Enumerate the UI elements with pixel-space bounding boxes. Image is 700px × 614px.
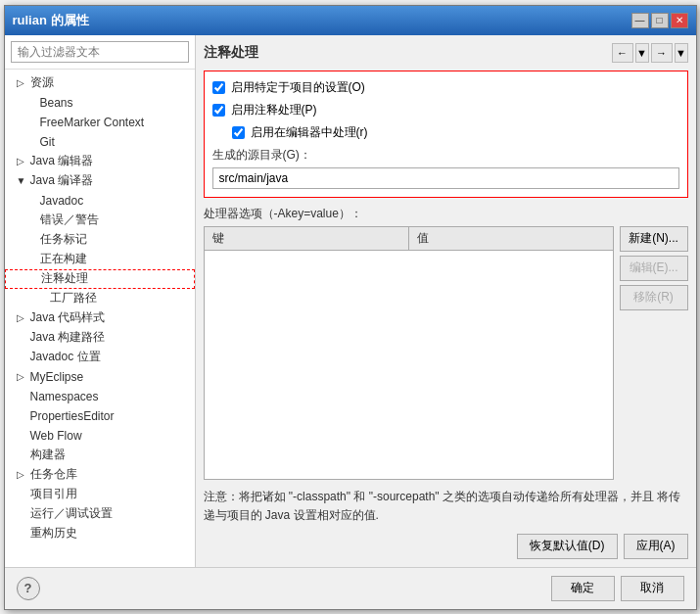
- tree-item-java-build-path[interactable]: Java 构建路径: [5, 328, 195, 348]
- tree-item-namespaces[interactable]: Namespaces: [5, 387, 195, 406]
- tree-item-java-code-style[interactable]: ▷Java 代码样式: [5, 308, 195, 328]
- tree-item-properties-editor[interactable]: PropertiesEditor: [5, 406, 195, 426]
- tree-arrow-task-repo: ▷: [17, 469, 26, 480]
- enable-annotation-processing-row: 启用注释处理(P): [212, 102, 679, 118]
- tree-label-building: 正在构建: [40, 251, 87, 267]
- bottom-bar: ? 确定 取消: [5, 567, 696, 609]
- tree-item-project-ref[interactable]: 项目引用: [5, 485, 195, 504]
- tree-item-task-tags[interactable]: 任务标记: [5, 230, 195, 250]
- table-header: 键 值: [205, 227, 613, 251]
- nav-forward-button[interactable]: →: [651, 43, 673, 63]
- tree-arrow-java-compiler: ▼: [17, 175, 26, 186]
- tree-item-building[interactable]: 正在构建: [5, 250, 195, 269]
- content-area: ▷资源BeansFreeMarker ContextGit▷Java 编辑器▼J…: [5, 35, 696, 567]
- data-table: 键 值: [204, 226, 614, 481]
- tree-label-builder: 构建器: [30, 447, 66, 463]
- tree-item-resources[interactable]: ▷资源: [5, 73, 195, 93]
- tree-label-errors: 错误／警告: [40, 212, 99, 228]
- title-bar: rulian 的属性 — □ ✕: [5, 6, 696, 35]
- panel-title: 注释处理: [204, 44, 258, 62]
- window-controls: — □ ✕: [631, 13, 688, 28]
- key-column-header: 键: [205, 227, 409, 250]
- table-buttons: 新建(N)... 编辑(E)... 移除(R): [620, 226, 688, 481]
- nav-back-button[interactable]: ←: [612, 43, 633, 63]
- tree-label-java-build-path: Java 构建路径: [30, 329, 106, 346]
- settings-box: 启用特定于项目的设置(O) 启用注释处理(P) 启用在编辑器中处理(r) 生成的…: [204, 71, 688, 198]
- tree-area: ▷资源BeansFreeMarker ContextGit▷Java 编辑器▼J…: [5, 70, 195, 567]
- tree-item-refactor-history[interactable]: 重构历史: [5, 524, 195, 543]
- tree-item-java-editor[interactable]: ▷Java 编辑器: [5, 152, 195, 171]
- tree-label-beans: Beans: [40, 96, 73, 110]
- right-panel: 注释处理 ← ▼ → ▼ 启用特定于项目的设置(O) 启用注释处理(P): [196, 35, 696, 567]
- minimize-button[interactable]: —: [631, 13, 649, 28]
- maximize-button[interactable]: □: [651, 13, 669, 28]
- tree-label-javadoc-location: Javadoc 位置: [30, 349, 101, 365]
- source-dir-input[interactable]: [212, 167, 679, 189]
- tree-item-beans[interactable]: Beans: [5, 93, 195, 113]
- settings-buttons: 恢复默认值(D) 应用(A): [204, 534, 688, 559]
- tree-label-freemarker: FreeMarker Context: [40, 116, 145, 129]
- tree-label-myeclipse: MyEclipse: [30, 370, 84, 384]
- table-area: 键 值 新建(N)... 编辑(E)... 移除(R): [204, 226, 688, 481]
- tree-label-task-repo: 任务仓库: [30, 466, 77, 483]
- help-button[interactable]: ?: [17, 577, 40, 600]
- remove-button[interactable]: 移除(R): [620, 285, 688, 310]
- tree-label-web-flow: Web Flow: [30, 429, 82, 443]
- tree-item-task-repo[interactable]: ▷任务仓库: [5, 465, 195, 485]
- tree-item-java-compiler[interactable]: ▼Java 编译器: [5, 171, 195, 191]
- tree-label-git: Git: [40, 135, 55, 149]
- nav-back-dropdown[interactable]: ▼: [635, 43, 649, 63]
- enable-project-settings-row: 启用特定于项目的设置(O): [212, 79, 679, 96]
- restore-defaults-button[interactable]: 恢复默认值(D): [517, 534, 618, 559]
- tree-item-git[interactable]: Git: [5, 132, 195, 152]
- filter-input[interactable]: [11, 41, 189, 63]
- enable-editor-processing-checkbox[interactable]: [232, 126, 245, 139]
- close-button[interactable]: ✕: [671, 13, 688, 28]
- tree-item-javadoc-location[interactable]: Javadoc 位置: [5, 348, 195, 367]
- nav-forward-dropdown[interactable]: ▼: [675, 43, 688, 63]
- tree-arrow-java-code-style: ▷: [17, 312, 26, 323]
- enable-annotation-processing-label: 启用注释处理(P): [231, 102, 317, 118]
- cancel-button[interactable]: 取消: [621, 576, 684, 601]
- table-body: [205, 251, 613, 480]
- tree-label-java-editor: Java 编辑器: [30, 153, 94, 169]
- main-window: rulian 的属性 — □ ✕ ▷资源BeansFreeMarker Cont…: [4, 5, 697, 610]
- apply-button[interactable]: 应用(A): [624, 534, 688, 559]
- dialog-buttons: 确定 取消: [551, 576, 684, 601]
- enable-editor-processing-row: 启用在编辑器中处理(r): [232, 124, 679, 141]
- enable-project-settings-checkbox[interactable]: [212, 81, 225, 94]
- tree-label-java-code-style: Java 代码样式: [30, 309, 106, 326]
- tree-item-factory-path[interactable]: 工厂路径: [5, 289, 195, 308]
- tree-arrow-myeclipse: ▷: [17, 371, 26, 382]
- edit-button[interactable]: 编辑(E)...: [620, 256, 688, 281]
- tree-item-builder[interactable]: 构建器: [5, 446, 195, 465]
- tree-item-javadoc[interactable]: Javadoc: [5, 191, 195, 211]
- left-panel: ▷资源BeansFreeMarker ContextGit▷Java 编辑器▼J…: [5, 35, 196, 567]
- tree-item-run-debug[interactable]: 运行／调试设置: [5, 504, 195, 524]
- tree-item-errors[interactable]: 错误／警告: [5, 211, 195, 230]
- tree-label-properties-editor: PropertiesEditor: [30, 409, 115, 423]
- tree-arrow-java-editor: ▷: [17, 156, 26, 166]
- note-text: 注意：将把诸如 "-classpath" 和 "-sourcepath" 之类的…: [204, 488, 688, 525]
- tree-label-namespaces: Namespaces: [30, 390, 99, 403]
- tree-item-myeclipse[interactable]: ▷MyEclipse: [5, 367, 195, 387]
- search-box: [5, 35, 195, 70]
- tree-label-task-tags: 任务标记: [40, 231, 87, 248]
- tree-item-web-flow[interactable]: Web Flow: [5, 426, 195, 446]
- tree-item-annotation[interactable]: 注释处理: [5, 269, 195, 289]
- tree-arrow-resources: ▷: [17, 77, 26, 88]
- value-column-header: 值: [409, 227, 613, 250]
- enable-annotation-processing-checkbox[interactable]: [212, 104, 225, 117]
- tree-label-refactor-history: 重构历史: [30, 525, 77, 542]
- source-dir-label: 生成的源目录(G)：: [212, 147, 679, 164]
- tree-item-freemarker[interactable]: FreeMarker Context: [5, 113, 195, 132]
- nav-buttons: ← ▼ → ▼: [612, 43, 688, 63]
- new-button[interactable]: 新建(N)...: [620, 226, 688, 252]
- options-label: 处理器选项（-Akey=value）：: [204, 206, 688, 222]
- tree-label-run-debug: 运行／调试设置: [30, 505, 113, 522]
- tree-label-javadoc: Javadoc: [40, 194, 84, 208]
- ok-button[interactable]: 确定: [551, 576, 615, 601]
- enable-editor-processing-label: 启用在编辑器中处理(r): [251, 124, 368, 141]
- right-header: 注释处理 ← ▼ → ▼: [204, 43, 688, 63]
- tree-label-project-ref: 项目引用: [30, 486, 77, 502]
